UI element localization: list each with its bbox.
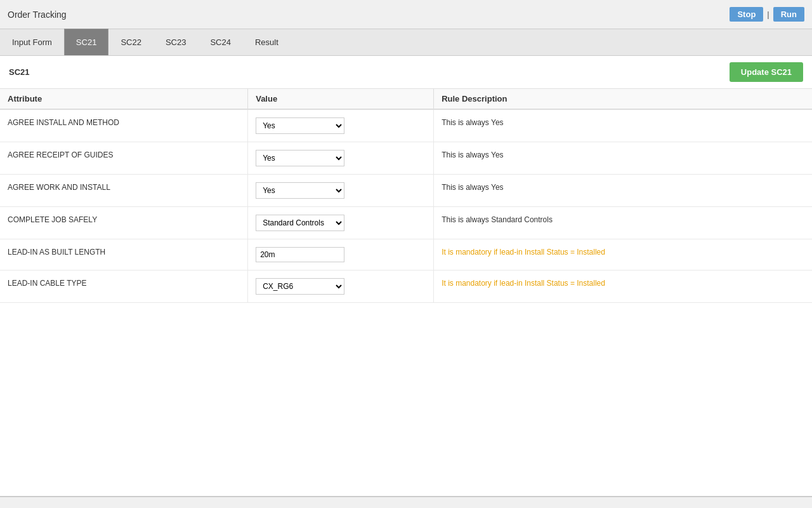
attributes-table: Attribute Value Rule Description AGREE I… bbox=[0, 89, 812, 303]
attribute-cell: COMPLETE JOB SAFELY bbox=[0, 207, 248, 239]
attributes-table-container[interactable]: Attribute Value Rule Description AGREE I… bbox=[0, 89, 812, 497]
rule-description: It is mandatory if lead-in Install Statu… bbox=[442, 245, 605, 257]
header-buttons: Stop | Run bbox=[730, 7, 804, 22]
value-cell[interactable]: YesNo bbox=[248, 175, 434, 207]
value-select-5[interactable]: CX_RG6Other bbox=[256, 278, 344, 295]
value-cell[interactable]: YesNo bbox=[248, 109, 434, 142]
header-separator: | bbox=[767, 10, 769, 19]
value-input-4[interactable] bbox=[256, 247, 344, 262]
tab-result[interactable]: Result bbox=[243, 29, 291, 55]
tab-sc21[interactable]: SC21 bbox=[64, 29, 109, 55]
value-cell[interactable] bbox=[248, 239, 434, 271]
attribute-label: AGREE WORK AND INSTALL bbox=[8, 180, 110, 192]
attribute-label: LEAD-IN AS BUILT LENGTH bbox=[8, 245, 105, 257]
rule-cell: It is mandatory if lead-in Install Statu… bbox=[434, 239, 812, 271]
rule-description: This is always Yes bbox=[442, 148, 503, 159]
attribute-label: COMPLETE JOB SAFELY bbox=[8, 213, 97, 224]
table-row: LEAD-IN AS BUILT LENGTHIt is mandatory i… bbox=[0, 239, 812, 271]
value-select-0[interactable]: YesNo bbox=[256, 117, 344, 134]
attribute-cell: AGREE RECEIPT OF GUIDES bbox=[0, 142, 248, 175]
attribute-cell: AGREE WORK AND INSTALL bbox=[0, 175, 248, 207]
table-row: AGREE RECEIPT OF GUIDESYesNoThis is alwa… bbox=[0, 142, 812, 175]
tab-bar: Input FormSC21SC22SC23SC24Result bbox=[0, 29, 812, 56]
col-header-rule: Rule Description bbox=[434, 89, 812, 109]
attribute-cell: LEAD-IN CABLE TYPE bbox=[0, 271, 248, 303]
table-row: LEAD-IN CABLE TYPECX_RG6OtherIt is manda… bbox=[0, 271, 812, 303]
attribute-label: LEAD-IN CABLE TYPE bbox=[8, 276, 87, 288]
rule-description: This is always Standard Controls bbox=[442, 213, 553, 224]
tab-input-form[interactable]: Input Form bbox=[0, 29, 64, 55]
table-row: AGREE WORK AND INSTALLYesNoThis is alway… bbox=[0, 175, 812, 207]
attribute-cell: AGREE INSTALL AND METHOD bbox=[0, 109, 248, 142]
rule-cell: This is always Standard Controls bbox=[434, 207, 812, 239]
attribute-label: AGREE INSTALL AND METHOD bbox=[8, 116, 119, 127]
section-title: SC21 bbox=[9, 67, 30, 77]
rule-description: It is mandatory if lead-in Install Statu… bbox=[442, 276, 605, 288]
value-cell[interactable]: YesNo bbox=[248, 142, 434, 175]
rule-cell: This is always Yes bbox=[434, 142, 812, 175]
section-header: SC21 Update SC21 bbox=[0, 56, 812, 89]
header-bar: Order Tracking Stop | Run bbox=[0, 0, 812, 29]
value-select-3[interactable]: Standard ControlsOther bbox=[256, 215, 344, 231]
value-cell[interactable]: Standard ControlsOther bbox=[248, 207, 434, 239]
main-content: SC21 Update SC21 Attribute Value Rule De… bbox=[0, 56, 812, 508]
run-button[interactable]: Run bbox=[773, 7, 804, 22]
rule-cell: It is mandatory if lead-in Install Statu… bbox=[434, 271, 812, 303]
attribute-cell: LEAD-IN AS BUILT LENGTH bbox=[0, 239, 248, 271]
table-row: AGREE INSTALL AND METHODYesNoThis is alw… bbox=[0, 109, 812, 142]
col-header-value: Value bbox=[248, 89, 434, 109]
rule-description: This is always Yes bbox=[442, 116, 503, 127]
tab-sc23[interactable]: SC23 bbox=[154, 29, 199, 55]
rule-cell: This is always Yes bbox=[434, 109, 812, 142]
tab-sc24[interactable]: SC24 bbox=[198, 29, 243, 55]
rule-cell: This is always Yes bbox=[434, 175, 812, 207]
horizontal-scrollbar[interactable] bbox=[0, 497, 812, 508]
rule-description: This is always Yes bbox=[442, 180, 503, 192]
update-sc21-button[interactable]: Update SC21 bbox=[730, 62, 803, 82]
col-header-attribute: Attribute bbox=[0, 89, 248, 109]
attribute-label: AGREE RECEIPT OF GUIDES bbox=[8, 148, 113, 159]
stop-button[interactable]: Stop bbox=[730, 7, 763, 22]
table-row: COMPLETE JOB SAFELYStandard ControlsOthe… bbox=[0, 207, 812, 239]
value-select-1[interactable]: YesNo bbox=[256, 150, 344, 166]
app-title: Order Tracking bbox=[8, 10, 67, 20]
value-select-2[interactable]: YesNo bbox=[256, 182, 344, 199]
value-cell[interactable]: CX_RG6Other bbox=[248, 271, 434, 303]
tab-sc22[interactable]: SC22 bbox=[108, 29, 154, 55]
